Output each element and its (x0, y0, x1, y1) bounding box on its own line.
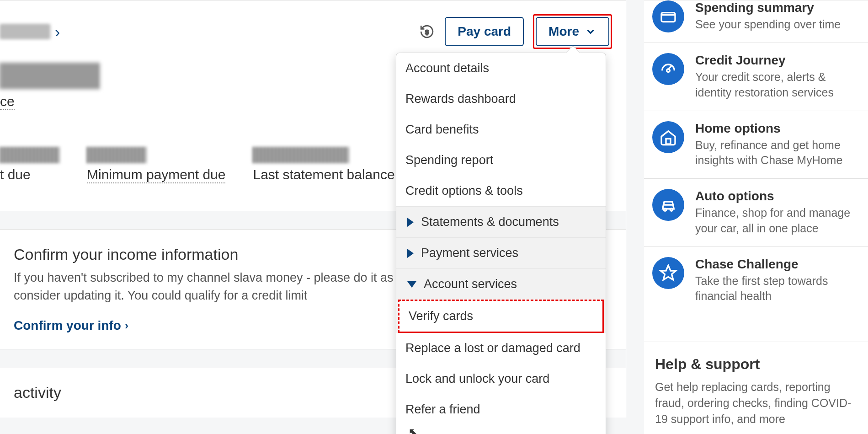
menu-travel-notification[interactable]: Travel notification (396, 425, 606, 434)
menu-label: Verify cards (409, 309, 473, 323)
due-label: t due (0, 167, 59, 182)
sidebar-item-home[interactable]: Home options Buy, refinance and get home… (644, 111, 868, 179)
menu-account-details[interactable]: Account details (396, 53, 606, 84)
menu-card-benefits[interactable]: Card benefits (396, 114, 606, 145)
triangle-down-icon (407, 281, 416, 288)
menu-label: Statements & documents (421, 215, 559, 229)
triangle-right-icon (407, 218, 414, 227)
card-header-row: › $ Pay card More (0, 0, 626, 49)
sidebar-title: Credit Journey (695, 53, 860, 68)
menu-label: Lock and unlock your card (405, 372, 549, 386)
menu-refer-friend[interactable]: Refer a friend (396, 394, 606, 425)
confirm-info-link[interactable]: Confirm your info › (14, 318, 128, 333)
sidebar: Spending summary See your spending over … (644, 0, 868, 434)
sidebar-title: Home options (695, 121, 860, 136)
submenu-area: Statements & documents Payment services … (396, 206, 606, 434)
stmt-amount-masked (253, 147, 349, 163)
sidebar-title: Spending summary (695, 0, 841, 15)
menu-account-services[interactable]: Account services (396, 268, 606, 300)
pay-card-label: Pay card (458, 24, 511, 39)
highlight-box-more: More (533, 14, 612, 49)
svg-point-2 (667, 69, 670, 72)
chevron-right-icon: › (125, 319, 128, 332)
sidebar-item-credit-journey[interactable]: Credit Journey Your credit score, alerts… (644, 43, 868, 111)
more-dropdown: Account details Rewards dashboard Card b… (396, 53, 606, 434)
last-statement-label: Last statement balance (253, 167, 394, 182)
help-title: Help & support (655, 356, 857, 373)
stat-due: t due (0, 147, 59, 183)
triangle-right-icon (407, 249, 414, 258)
due-amount-masked (0, 147, 59, 163)
sidebar-subtitle: See your spending over time (695, 17, 841, 32)
min-payment-label: Minimum payment due (87, 167, 225, 183)
menu-label: Refer a friend (405, 402, 480, 417)
more-button[interactable]: More (536, 17, 609, 46)
account-number-masked (0, 24, 50, 39)
sidebar-subtitle: Finance, shop for and manage your car, a… (695, 205, 860, 236)
svg-marker-6 (660, 265, 676, 280)
menu-rewards-dashboard[interactable]: Rewards dashboard (396, 84, 606, 114)
menu-payment-services[interactable]: Payment services (396, 237, 606, 268)
menu-spending-report[interactable]: Spending report (396, 145, 606, 176)
menu-label: Replace a lost or damaged card (405, 341, 580, 355)
sidebar-subtitle: Your credit score, alerts & identity res… (695, 70, 860, 101)
card-actions: $ Pay card More (418, 14, 612, 49)
refresh-icon: $ (419, 24, 435, 39)
sidebar-subtitle: Buy, refinance and get home insights wit… (695, 138, 860, 169)
account-breadcrumb[interactable]: › (0, 23, 60, 41)
menu-label: Account services (424, 277, 517, 291)
home-icon (652, 121, 684, 153)
pay-card-button[interactable]: Pay card (445, 17, 524, 46)
cursor-icon: ⬉ (408, 425, 418, 434)
menu-lock-unlock[interactable]: Lock and unlock your card (396, 364, 606, 394)
car-icon (652, 189, 684, 221)
chevron-right-icon: › (55, 23, 60, 41)
help-subtitle: Get help replacing cards, reporting frau… (655, 379, 857, 427)
menu-statements[interactable]: Statements & documents (396, 206, 606, 237)
menu-label: Rewards dashboard (405, 92, 516, 106)
stat-last-statement: Last statement balance (253, 147, 394, 183)
menu-label: Spending report (405, 153, 493, 167)
wallet-icon (652, 0, 684, 32)
current-balance-masked (0, 63, 101, 89)
sidebar-item-auto[interactable]: Auto options Finance, shop for and manag… (644, 179, 868, 247)
menu-credit-options[interactable]: Credit options & tools (396, 176, 606, 206)
menu-label: Payment services (421, 246, 518, 260)
sidebar-item-challenge[interactable]: Chase Challenge Take the first step towa… (644, 247, 868, 315)
sidebar-title: Auto options (695, 189, 860, 204)
gauge-icon (652, 53, 684, 85)
confirm-link-label: Confirm your info (14, 318, 121, 333)
refresh-button[interactable]: $ (418, 23, 436, 40)
menu-label: Card benefits (405, 123, 479, 137)
menu-replace-card[interactable]: Replace a lost or damaged card (396, 333, 606, 364)
min-amount-masked (87, 147, 146, 163)
more-label: More (548, 24, 579, 39)
stat-min-payment: Minimum payment due (87, 147, 225, 183)
sidebar-subtitle: Take the first step towards financial he… (695, 273, 860, 305)
svg-text:$: $ (426, 29, 429, 36)
star-icon (652, 257, 684, 289)
svg-rect-3 (666, 139, 671, 144)
menu-label: Account details (405, 61, 489, 75)
chevron-down-icon (585, 26, 596, 38)
sidebar-item-spending[interactable]: Spending summary See your spending over … (644, 0, 868, 43)
sidebar-title: Chase Challenge (695, 257, 860, 272)
svg-rect-1 (661, 13, 675, 22)
menu-verify-cards[interactable]: Verify cards (398, 300, 604, 333)
help-support-card[interactable]: Help & support Get help replacing cards,… (644, 342, 868, 434)
balance-label-fragment: ce (0, 94, 15, 110)
menu-label: Credit options & tools (405, 184, 523, 198)
